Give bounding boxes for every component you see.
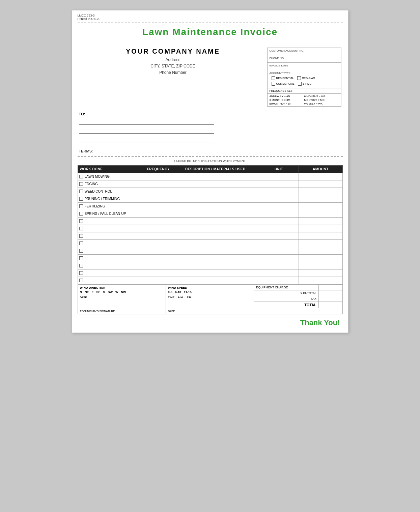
- description-cell-3: [172, 195, 259, 203]
- description-cell-6: [172, 218, 259, 225]
- table-row: WEED CONTROL: [78, 188, 342, 195]
- tax-label: TAX: [254, 296, 318, 302]
- one-time-checkbox[interactable]: [298, 82, 302, 86]
- unit-cell-3: [259, 195, 299, 203]
- catalog-number: LMCC 793-3: [78, 14, 343, 17]
- amount-cell-13: [299, 269, 342, 277]
- description-cell-10: [172, 247, 259, 255]
- row-checkbox-3[interactable]: [79, 197, 83, 201]
- to-line-3: [79, 136, 214, 142]
- terms-label: TERMS:: [79, 149, 93, 153]
- amount-cell-10: [299, 247, 342, 255]
- monthly-key: MONTHLY = MO: [304, 98, 339, 102]
- account-type-field: ACCOUNT TYPE RESIDENTIAL REGULAR COMMERC…: [268, 70, 341, 88]
- row-checkbox-11[interactable]: [79, 256, 83, 260]
- weekly-key: WEEKLY = WK: [304, 102, 339, 106]
- unit-cell-0: [259, 173, 299, 180]
- six-months-key: 6 MONTHS = 6M: [304, 94, 339, 98]
- am-label: A.M.: [178, 296, 184, 299]
- regular-option: REGULAR: [297, 76, 315, 80]
- commercial-checkbox[interactable]: [272, 82, 275, 86]
- date2-label: DATE: [168, 310, 175, 313]
- work-done-cell-13: [78, 269, 145, 277]
- sub-total-row: SUB-TOTAL: [254, 290, 342, 296]
- table-row: FERTILIZING: [78, 203, 342, 210]
- description-cell-7: [172, 225, 259, 232]
- regular-checkbox[interactable]: [297, 76, 301, 80]
- footer-area: WIND DIRECTION N NE E SE S SW W NW DATE …: [78, 284, 343, 314]
- frequency-cell-6: [145, 218, 172, 225]
- work-done-cell-5: SPRING / FALL CLEAN-UP: [78, 210, 145, 218]
- table-row: LAWN MOWING: [78, 173, 342, 180]
- commercial-option: COMMERCIAL: [272, 82, 295, 86]
- table-row: [78, 269, 342, 277]
- table-row: [78, 262, 342, 269]
- dir-sw: SW: [108, 290, 113, 294]
- row-checkbox-2[interactable]: [79, 190, 83, 193]
- dir-nw: NW: [121, 290, 126, 294]
- one-time-option: 1-TIME: [298, 82, 311, 86]
- row-checkbox-9[interactable]: [79, 241, 83, 245]
- top-meta: LMCC 793-3 Printed In U.S.A.: [72, 10, 348, 23]
- to-label: TO:: [79, 112, 341, 116]
- total-row: TOTAL: [254, 302, 342, 308]
- unit-cell-14: [259, 277, 299, 284]
- frequency-key-label: FREQUENCY KEY: [268, 88, 341, 94]
- row-checkbox-1[interactable]: [79, 182, 83, 186]
- tech-sig-label: TECHNICIAN'S SIGNATURE: [80, 310, 115, 313]
- dir-se: SE: [96, 290, 101, 294]
- account-box: CUSTOMER ACCOUNT NO. PHONE NO. INVOICE D…: [267, 48, 341, 107]
- footer-spacer: [254, 308, 342, 314]
- work-done-cell-0: LAWN MOWING: [78, 173, 145, 180]
- equipment-charge-row: EQUIPMENT CHARGE: [254, 285, 342, 290]
- to-line-1: [79, 118, 214, 125]
- phone-no-field: PHONE NO.: [268, 55, 341, 63]
- frequency-cell-8: [145, 232, 172, 240]
- frequency-cell-1: [145, 180, 172, 188]
- frequency-cell-9: [145, 240, 172, 247]
- amount-cell-1: [299, 180, 342, 188]
- company-phone: Phone Number: [79, 69, 267, 76]
- total-label: TOTAL: [254, 302, 318, 308]
- company-address: Address: [79, 57, 267, 63]
- date-underline-label: DATE: [80, 295, 164, 299]
- row-checkbox-10[interactable]: [79, 249, 83, 253]
- terms-section: TERMS:: [72, 148, 348, 157]
- frequency-cell-13: [145, 269, 172, 277]
- dir-ne: NE: [85, 290, 89, 294]
- row-checkbox-13[interactable]: [79, 271, 83, 275]
- frequency-cell-14: [145, 277, 172, 284]
- unit-cell-2: [259, 188, 299, 195]
- table-row: SPRING / FALL CLEAN-UP: [78, 210, 342, 218]
- to-section: TO:: [72, 112, 348, 148]
- row-checkbox-7[interactable]: [79, 227, 83, 230]
- th-amount: AMOUNT: [299, 166, 342, 173]
- row-checkbox-4[interactable]: [79, 204, 83, 208]
- amount-cell-4: [299, 203, 342, 210]
- residential-option: RESIDENTIAL: [272, 76, 294, 80]
- unit-cell-13: [259, 269, 299, 277]
- dir-w: W: [115, 290, 118, 294]
- payment-notice: PLEASE RETURN THIS PORTION WITH PAYMENT: [78, 157, 343, 163]
- row-checkbox-0[interactable]: [79, 175, 83, 178]
- bimonthly-key: BIMONTHLY = BI: [270, 102, 304, 106]
- row-checkbox-12[interactable]: [79, 264, 83, 267]
- amount-cell-8: [299, 232, 342, 240]
- description-cell-11: [172, 255, 259, 262]
- description-cell-0: [172, 173, 259, 180]
- row-checkbox-6[interactable]: [79, 219, 83, 223]
- row-checkbox-5[interactable]: [79, 212, 83, 216]
- residential-checkbox[interactable]: [272, 76, 275, 80]
- table-row: [78, 247, 342, 255]
- time-label: TIME: [168, 296, 174, 299]
- company-info: YOUR COMPANY NAME Address CITY, STATE, Z…: [79, 48, 267, 76]
- row-checkbox-14[interactable]: [79, 279, 83, 282]
- footer-row-1: WIND DIRECTION N NE E SE S SW W NW DATE …: [78, 284, 342, 308]
- date2-cell: DATE: [166, 308, 254, 314]
- description-cell-2: [172, 188, 259, 195]
- wind-speed-row: 0-5 6-10 11-15: [168, 290, 252, 294]
- sub-total-value: [319, 290, 342, 296]
- wind-direction-cell: WIND DIRECTION N NE E SE S SW W NW DATE: [78, 285, 166, 308]
- table-row: [78, 218, 342, 225]
- row-checkbox-8[interactable]: [79, 234, 83, 238]
